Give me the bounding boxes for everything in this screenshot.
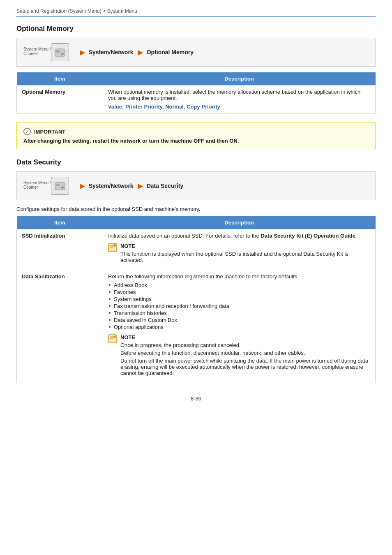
nav-arrow-3: ▶ — [80, 182, 85, 190]
optional-memory-item: Optional Memory — [17, 86, 103, 113]
nav-arrow-2: ▶ — [138, 49, 143, 56]
machine-icon-1 — [51, 43, 69, 61]
nav-arrow-4: ▶ — [138, 182, 143, 190]
nav-path1-1: System/Network — [89, 49, 134, 56]
note-line-2: Before executing this function, disconne… — [120, 350, 370, 356]
nav-path2-1: Optional Memory — [147, 49, 194, 56]
nav-label-wrapper: System Menu /Counter — [23, 47, 51, 58]
table2-header-desc: Description — [103, 216, 376, 229]
important-header: ✓ IMPORTANT — [23, 128, 369, 135]
nav-path2-2: Data Security — [147, 183, 183, 189]
sanitization-bullet-list: Address Book Favorites System settings F… — [108, 282, 370, 330]
nav-label-small-2: System Menu /Counter — [23, 180, 51, 190]
data-sanitization-desc: Return the following information registe… — [103, 270, 376, 383]
list-item: Favorites — [108, 289, 370, 295]
note-line-1: Once in progress, the processing cannot … — [120, 342, 370, 348]
svg-point-6 — [61, 186, 64, 189]
note-title-2: NOTE — [120, 334, 370, 340]
important-title: IMPORTANT — [34, 129, 65, 135]
note-icon-2 — [108, 334, 117, 343]
nav-label-wrapper-2: System Menu /Counter — [23, 180, 51, 191]
table1-header-item: Item — [17, 72, 103, 86]
section2-table: Item Description SSD Initialization Init… — [16, 216, 376, 383]
section2-nav-box: System Menu /Counter ▶ System/Network ▶ … — [16, 171, 376, 200]
svg-rect-3 — [58, 56, 62, 56]
optional-memory-desc: When optional memory is installed, selec… — [103, 86, 376, 113]
nav-label-small-1: System Menu /Counter — [23, 47, 51, 56]
svg-rect-0 — [55, 49, 65, 56]
machine-svg-2 — [53, 179, 67, 192]
table-row: Data Sanitization Return the following i… — [17, 270, 376, 383]
svg-rect-5 — [56, 184, 60, 186]
machine-svg-1 — [53, 46, 67, 59]
table1-header-desc: Description — [103, 72, 376, 86]
important-icon: ✓ — [23, 128, 31, 135]
sanitization-note-block: NOTE Once in progress, the processing ca… — [108, 334, 370, 376]
list-item: System settings — [108, 296, 370, 302]
note-line-3: Do not turn off the main power switch wh… — [120, 358, 370, 376]
ssd-note-block: NOTE This function is displayed when the… — [108, 243, 370, 263]
section1-nav-box: System Menu /Counter ▶ System/Network ▶ … — [16, 38, 376, 67]
note-content-1: This function is displayed when the opti… — [120, 251, 370, 263]
list-item: Optional applications — [108, 324, 370, 330]
svg-rect-1 — [56, 50, 60, 53]
page-number: 8-36 — [16, 395, 376, 402]
svg-rect-7 — [58, 189, 62, 190]
table2-header-item: Item — [17, 216, 103, 229]
nav-arrow-1: ▶ — [80, 49, 85, 56]
sanitization-note-box: NOTE Once in progress, the processing ca… — [108, 334, 370, 376]
svg-point-13 — [113, 335, 116, 338]
section1-title: Optional Memory — [16, 25, 376, 33]
list-item: Transmission histories — [108, 310, 370, 316]
ssd-init-desc: Initialize data saved on an optional SSD… — [103, 229, 376, 270]
table-row: SSD Initialization Initialize data saved… — [17, 229, 376, 270]
ssd-init-item: SSD Initialization — [17, 229, 103, 270]
list-item: Fax transmission and reception / forward… — [108, 303, 370, 309]
svg-rect-9 — [110, 245, 113, 248]
svg-rect-4 — [55, 183, 65, 190]
section-optional-memory: Optional Memory System Menu /Counter ▶ S… — [16, 25, 376, 113]
svg-point-2 — [61, 53, 64, 55]
section2-desc: Configure settings for data stored in th… — [16, 206, 376, 212]
breadcrumb: Setup and Registration (System Menu) > S… — [16, 8, 376, 17]
important-box: ✓ IMPORTANT After changing the setting, … — [16, 123, 376, 149]
machine-icon-2 — [51, 177, 69, 195]
table-row: Optional Memory When optional memory is … — [17, 86, 376, 113]
optional-memory-value: Value: Printer Priority, Normal, Copy Pr… — [108, 104, 370, 110]
note-icon-1 — [108, 243, 117, 252]
section1-table: Item Description Optional Memory When op… — [16, 72, 376, 113]
list-item: Data saved in Custom Box — [108, 317, 370, 323]
note-title-1: NOTE — [120, 243, 370, 249]
important-text: After changing the setting, restart the … — [23, 138, 369, 144]
section-data-security: Data Security System Menu /Counter ▶ Sys… — [16, 158, 376, 383]
svg-point-10 — [113, 244, 116, 247]
data-sanitization-item: Data Sanitization — [17, 270, 103, 383]
ssd-note-box: NOTE This function is displayed when the… — [108, 243, 370, 263]
svg-rect-12 — [110, 336, 113, 339]
nav-path1-2: System/Network — [89, 183, 134, 189]
list-item: Address Book — [108, 282, 370, 288]
section2-title: Data Security — [16, 158, 376, 166]
